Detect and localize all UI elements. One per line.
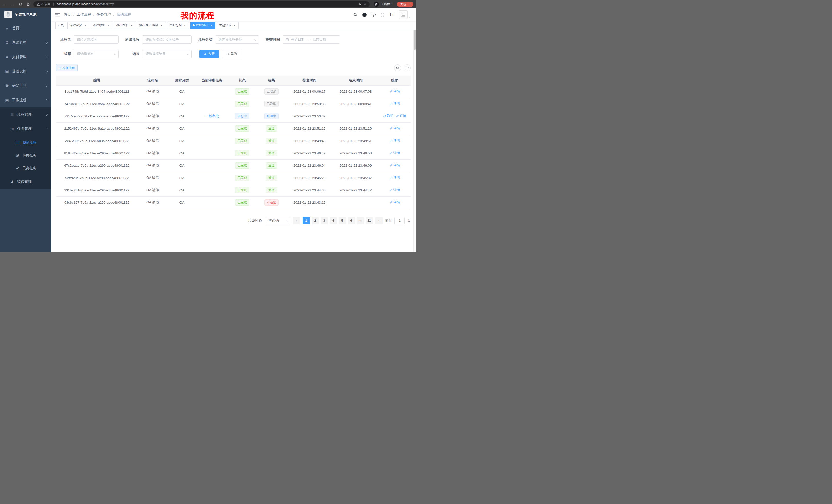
detail-link[interactable]: 详情 [390,188,400,192]
refresh-table-button[interactable] [404,64,411,72]
sidebar-item-infrastructure[interactable]: ▤基础设施 [0,64,51,79]
close-tab-icon[interactable]: × [183,24,187,27]
current-task-link[interactable]: 一级审批 [205,114,219,118]
cell-actions: 详情 [379,135,411,147]
browser-menu-icon[interactable]: ⋮ [408,2,412,6]
help-icon[interactable]: ? [371,12,375,17]
goto-page-input[interactable] [394,217,405,224]
page-button-4[interactable]: 4 [330,217,337,224]
cell-process-name: OA 请假 [137,110,167,122]
pagination: 共 104 条 10条/页 ‹ 123456•••11 › 前往 页 [56,217,411,229]
submit-time-range-picker[interactable]: 开始日期 - 结束日期 [283,35,340,44]
user-avatar[interactable]: ▾ [399,10,410,19]
end-date-placeholder[interactable]: 结束日期 [313,37,326,42]
create-process-button[interactable]: + 发起流程 [56,64,78,72]
result-select[interactable]: 请选择流结果 [142,50,191,58]
toggle-search-button[interactable] [394,64,401,72]
sidebar-item-task-management[interactable]: ⊞任务管理 [0,122,51,136]
browser-address-bar[interactable]: 不安全 dashboard.yudao.iocoder.cn/bpm/task/… [33,1,370,7]
page-button-11[interactable]: 11 [366,217,373,224]
sidebar-item-leave-query[interactable]: ♟请假查询 [0,175,51,189]
page-size-select[interactable]: 10条/页 [266,217,290,224]
browser-refresh-icon[interactable] [18,2,23,6]
detail-link[interactable]: 详情 [390,163,400,167]
search-button[interactable]: 搜索 [199,50,219,58]
font-size-icon[interactable]: TT [389,12,394,17]
tab-process-definition[interactable]: 流程定义× [67,22,89,29]
page-button-3[interactable]: 3 [321,217,328,224]
page-button-1[interactable]: 1 [303,217,310,224]
github-icon[interactable] [362,12,367,17]
close-tab-icon[interactable]: × [106,24,110,27]
close-tab-icon[interactable]: × [160,24,163,27]
close-tab-icon[interactable]: × [233,24,236,27]
browser-scrollbar[interactable] [413,8,416,252]
tab-process-model[interactable]: 流程模型× [90,22,112,29]
ssl-warning-icon[interactable] [36,3,40,6]
detail-label: 详情 [393,138,400,143]
reset-button[interactable]: 重置 [222,50,241,58]
cell-current-task [196,172,228,184]
process-name-input[interactable] [74,35,119,44]
browser-update-button[interactable]: 更新 ⋮ [397,2,413,7]
tab-process-form[interactable]: 流程表单× [114,22,135,29]
chevron-down-icon [46,114,48,116]
tab-user-group[interactable]: 用户分组× [167,22,189,29]
sidebar-item-workflow[interactable]: ▣工作流程 [0,93,51,107]
app-logo[interactable]: 芋道管理系统 [0,8,51,21]
cell-actions: 取消详情 [379,110,411,122]
sidebar-item-done-tasks[interactable]: ✔已办任务 [0,162,51,175]
header-search-icon[interactable] [353,12,357,17]
page-button-6[interactable]: 6 [347,217,355,224]
breadcrumb-workflow[interactable]: 工作流程 [77,12,91,17]
page-button-2[interactable]: 2 [312,217,319,224]
sidebar-item-system-management[interactable]: ⚙系统管理 [0,35,51,50]
tab-my-process[interactable]: 我的流程× [190,22,215,29]
password-key-icon[interactable] [358,2,362,6]
detail-label: 详情 [393,200,400,204]
detail-link[interactable]: 详情 [390,89,400,93]
sidebar-item-process-management[interactable]: ≣流程管理 [0,107,51,122]
detail-link[interactable]: 详情 [390,138,400,143]
tab-home[interactable]: 首页 [55,22,66,29]
close-tab-icon[interactable]: × [83,24,87,27]
cell-actions: 详情 [379,97,411,110]
breadcrumb-home[interactable]: 首页 [64,12,71,17]
browser-home-icon[interactable] [26,2,31,6]
fullscreen-icon[interactable] [381,13,384,17]
tab-process-form-edit[interactable]: 流程表单-编辑× [137,22,166,29]
detail-link[interactable]: 详情 [390,175,400,180]
table-row: 819442e8-7b9a-11ec-a290-acde48001122OA 请… [56,147,411,159]
cancel-process-link[interactable]: 取消 [383,114,393,118]
process-id-input[interactable] [142,35,191,44]
browser-forward-icon[interactable]: → [10,2,15,6]
detail-link[interactable]: 详情 [390,151,400,155]
bookmark-star-icon[interactable]: ☆ [363,2,367,6]
close-tab-icon[interactable]: × [210,24,213,27]
cell-status: 已完成 [228,172,256,184]
detail-link[interactable]: 详情 [396,114,406,118]
sidebar-item-dev-tools[interactable]: ⚒研发工具 [0,79,51,93]
detail-link[interactable]: 详情 [390,102,400,106]
browser-back-icon[interactable]: ← [3,2,7,6]
breadcrumb-task-management[interactable]: 任务管理 [97,12,111,17]
close-tab-icon[interactable]: × [130,24,133,27]
category-select[interactable]: 请选择流程分类 [215,35,259,44]
sidebar-item-home[interactable]: ⌂首页 [0,21,51,35]
sidebar-item-payment-management[interactable]: ¥支付管理 [0,50,51,64]
more-pages-button[interactable]: ••• [357,217,364,224]
filter-row-1: 流程名 所属流程 流程分类 请选择流程分类 [56,35,411,44]
status-select[interactable]: 请选择状态 [74,50,119,58]
cell-status: 已完成 [228,85,256,97]
status-tag: 已完成 [235,175,250,181]
start-date-placeholder[interactable]: 开始日期 [291,37,305,42]
sidebar-toggle-icon[interactable] [55,13,60,17]
tab-start-process[interactable]: 发起流程× [217,22,239,29]
next-page-button[interactable]: › [375,217,383,224]
detail-link[interactable]: 详情 [390,200,400,204]
sidebar-item-my-process[interactable]: ❏我的流程 [0,136,51,149]
page-button-5[interactable]: 5 [339,217,346,224]
detail-link[interactable]: 详情 [390,126,400,131]
prev-page-button[interactable]: ‹ [293,217,300,224]
sidebar-item-todo-tasks[interactable]: ◉待办任务 [0,149,51,162]
